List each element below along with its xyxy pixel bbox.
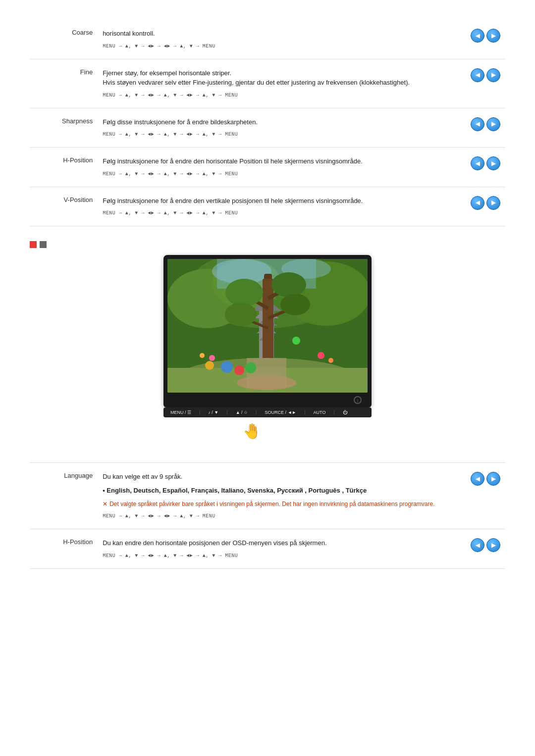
row-buttons-1: ◀▶ bbox=[453, 59, 506, 108]
menu-path: MENU → ▲, ▼ → ◄► → ▲, ▼ → ◄► → ▲, ▼ → ME… bbox=[103, 209, 448, 217]
monitor-screen bbox=[167, 259, 368, 393]
row-desc: Følg instruksjonene for å endre den vert… bbox=[103, 196, 448, 206]
osd-section: MENU / ☰ | ♪ / ▼ | ▲ / ☆ | SOURCE / ◄► |… bbox=[30, 241, 505, 440]
lower-desc-plain: Du kan velge ett av 9 språk. bbox=[103, 472, 448, 482]
monitor-wrapper: MENU / ☰ | ♪ / ▼ | ▲ / ☆ | SOURCE / ◄► |… bbox=[30, 255, 505, 440]
ctrl-vol: ♪ / ▼ bbox=[208, 410, 218, 415]
monitor-controls-bar: MENU / ☰ | ♪ / ▼ | ▲ / ☆ | SOURCE / ◄► |… bbox=[163, 407, 372, 417]
lower-warning: ✕Det valgte språket påvirker bare språke… bbox=[103, 500, 448, 508]
svg-point-22 bbox=[280, 294, 310, 315]
row-content-2: Følg disse instruksjonene for å endre bi… bbox=[98, 108, 453, 148]
lower-row-buttons-0: ◀▶ bbox=[453, 463, 506, 529]
monitor-display bbox=[163, 255, 372, 407]
lower-menu-table: LanguageDu kan velge ett av 9 språk.• En… bbox=[30, 463, 505, 569]
row-label-fine: Fine bbox=[30, 59, 98, 108]
ctrl-auto: AUTO bbox=[314, 410, 326, 415]
svg-point-23 bbox=[225, 302, 257, 326]
lower-row-content-1: Du kan endre den horisontale posisjonen … bbox=[98, 529, 453, 569]
lower-row-content-0: Du kan velge ett av 9 språk.• English, D… bbox=[98, 463, 453, 529]
lower-desc-plain: Du kan endre den horisontale posisjonen … bbox=[103, 538, 448, 548]
lower-row-buttons-1: ◀▶ bbox=[453, 529, 506, 569]
osd-icon-red bbox=[30, 241, 37, 248]
lower-nav-btn-left-0[interactable]: ◀ bbox=[471, 472, 484, 486]
svg-point-36 bbox=[200, 353, 205, 358]
nav-btn-right-4[interactable]: ▶ bbox=[486, 196, 500, 210]
nav-btn-left-0[interactable]: ◀ bbox=[471, 29, 484, 43]
svg-point-32 bbox=[292, 337, 300, 345]
warning-x-icon: ✕ bbox=[103, 501, 107, 507]
row-label-vposition: V-Position bbox=[30, 187, 98, 226]
nav-btn-right-2[interactable]: ▶ bbox=[486, 117, 500, 131]
monitor-bottom bbox=[167, 393, 368, 407]
lower-menu-path: MENU → ▲, ▼ → ◄► → ▲, ▼ → ◄► → ▲, ▼ → ME… bbox=[103, 552, 448, 559]
osd-icon-gray bbox=[40, 241, 47, 248]
row-buttons-4: ◀▶ bbox=[453, 187, 506, 226]
svg-point-30 bbox=[245, 362, 256, 373]
nav-btn-left-2[interactable]: ◀ bbox=[471, 117, 484, 131]
menu-table: Coarsehorisontal kontroll.MENU → ▲, ▼ → … bbox=[30, 20, 505, 226]
lower-table-row: H-PositionDu kan endre den horisontale p… bbox=[30, 529, 505, 569]
lower-section-header bbox=[30, 450, 505, 463]
lower-desc-bold: • English, Deutsch, Español, Français, I… bbox=[103, 486, 448, 496]
lower-nav-btn-right-1[interactable]: ▶ bbox=[486, 538, 500, 552]
row-label-hposition: H-Position bbox=[30, 148, 98, 187]
menu-path: MENU → ▲, ▼ → ◄► → ▲, ▼ → ◄► → ▲, ▼ → ME… bbox=[103, 92, 448, 99]
row-desc: horisontal kontroll. bbox=[103, 29, 448, 39]
table-row: Coarsehorisontal kontroll.MENU → ▲, ▼ → … bbox=[30, 20, 505, 59]
svg-point-34 bbox=[318, 352, 324, 359]
svg-point-20 bbox=[271, 272, 306, 297]
row-label-coarse: Coarse bbox=[30, 20, 98, 59]
svg-rect-15 bbox=[263, 279, 273, 368]
svg-point-28 bbox=[221, 361, 233, 373]
row-content-1: Fjerner støy, for eksempel horisontale s… bbox=[98, 59, 453, 108]
svg-point-21 bbox=[225, 279, 263, 306]
ctrl-menu: MENU / ☰ bbox=[170, 410, 191, 415]
power-button-display[interactable] bbox=[354, 396, 362, 404]
row-desc: Fjerner støy, for eksempel horisontale s… bbox=[103, 68, 448, 88]
row-buttons-2: ◀▶ bbox=[453, 108, 506, 148]
row-content-4: Følg instruksjonene for å endre den vert… bbox=[98, 187, 453, 226]
nav-btn-left-4[interactable]: ◀ bbox=[471, 196, 484, 210]
ctrl-power: ⏻ bbox=[343, 410, 347, 415]
ctrl-source: SOURCE / ◄► bbox=[265, 410, 296, 415]
nav-btn-right-0[interactable]: ▶ bbox=[486, 29, 500, 43]
lower-row-label-1: H-Position bbox=[30, 529, 98, 569]
svg-point-31 bbox=[205, 361, 214, 370]
lower-nav-btn-right-0[interactable]: ▶ bbox=[486, 472, 500, 486]
row-buttons-3: ◀▶ bbox=[453, 148, 506, 187]
nav-btn-left-3[interactable]: ◀ bbox=[471, 156, 484, 170]
nav-btn-left-1[interactable]: ◀ bbox=[471, 68, 484, 82]
svg-point-35 bbox=[328, 358, 333, 363]
ctrl-bright: ▲ / ☆ bbox=[236, 410, 248, 415]
lower-nav-btn-left-1[interactable]: ◀ bbox=[471, 538, 484, 552]
lower-table-row: LanguageDu kan velge ett av 9 språk.• En… bbox=[30, 463, 505, 529]
table-row: FineFjerner støy, for eksempel horisonta… bbox=[30, 59, 505, 108]
table-row: H-PositionFølg instruksjonene for å endr… bbox=[30, 148, 505, 187]
svg-point-33 bbox=[209, 355, 215, 361]
table-row: V-PositionFølg instruksjonene for å endr… bbox=[30, 187, 505, 226]
row-content-3: Følg instruksjonene for å endre den hori… bbox=[98, 148, 453, 187]
row-label-sharpness: Sharpness bbox=[30, 108, 98, 148]
lower-menu-path: MENU → ▲, ▼ → ◄► → ◄► → ▲, ▼ → MENU bbox=[103, 512, 448, 520]
row-buttons-0: ◀▶ bbox=[453, 20, 506, 59]
menu-path: MENU → ▲, ▼ → ◄► → ▲, ▼ → ◄► → ▲, ▼ → ME… bbox=[103, 131, 448, 138]
menu-path: MENU → ▲, ▼ → ◄► → ▲, ▼ → ◄► → ▲, ▼ → ME… bbox=[103, 170, 448, 178]
menu-path: MENU → ▲, ▼ → ◄► → ◄► → ▲, ▼ → MENU bbox=[103, 43, 448, 50]
lower-row-label-0: Language bbox=[30, 463, 98, 529]
row-desc: Følg instruksjonene for å endre den hori… bbox=[103, 156, 448, 166]
nav-btn-right-3[interactable]: ▶ bbox=[486, 156, 500, 170]
svg-point-29 bbox=[234, 365, 244, 375]
row-desc: Følg disse instruksjonene for å endre bi… bbox=[103, 117, 448, 127]
hand-icon: 🤚 bbox=[243, 423, 261, 439]
row-content-0: horisontal kontroll.MENU → ▲, ▼ → ◄► → ◄… bbox=[98, 20, 453, 59]
nav-btn-right-1[interactable]: ▶ bbox=[486, 68, 500, 82]
table-row: SharpnessFølg disse instruksjonene for å… bbox=[30, 108, 505, 148]
